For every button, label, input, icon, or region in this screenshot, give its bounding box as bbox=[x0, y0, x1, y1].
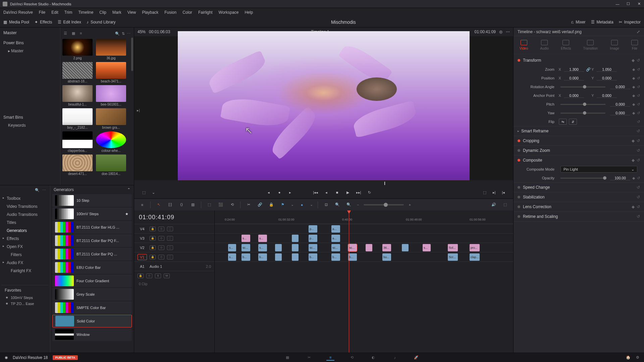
keyframe-icon[interactable]: ◆ bbox=[632, 76, 635, 80]
selection-tool[interactable]: ↖ bbox=[155, 201, 162, 208]
reset-icon[interactable]: ↺ bbox=[637, 204, 640, 209]
timeline-clip[interactable]: b... bbox=[331, 253, 340, 261]
enable-dot-icon[interactable] bbox=[518, 196, 520, 198]
timeline-clip[interactable] bbox=[292, 244, 299, 251]
loop-button[interactable]: ↻ bbox=[366, 189, 372, 195]
keyframe-icon[interactable]: ◆ bbox=[632, 58, 635, 63]
viewer-scrubber[interactable] bbox=[134, 180, 513, 186]
blade-tool[interactable]: ▥ bbox=[190, 201, 196, 208]
more-icon[interactable]: ⋯ bbox=[127, 32, 130, 36]
menu-timeline[interactable]: Timeline bbox=[78, 10, 93, 15]
page-deliver[interactable]: 🚀 bbox=[412, 355, 420, 361]
timeline-clip[interactable]: p... bbox=[309, 235, 317, 242]
generator-item[interactable]: Solid Color bbox=[52, 315, 132, 327]
playhead[interactable] bbox=[349, 210, 349, 353]
menu-help[interactable]: Help bbox=[245, 10, 253, 15]
media-thumbnail[interactable]: colour-whe... bbox=[96, 131, 126, 153]
keyframe-icon[interactable]: ◆ bbox=[632, 67, 635, 72]
lock-icon[interactable]: 🔒 bbox=[150, 255, 156, 259]
edit-index-toggle[interactable]: ☰ Edit Index bbox=[58, 20, 81, 24]
reset-icon[interactable]: ↺ bbox=[637, 111, 640, 115]
rotation-slider[interactable] bbox=[560, 86, 605, 87]
lens-correction-header[interactable]: Lens Correction ◆↺ bbox=[514, 202, 644, 212]
reset-icon[interactable]: ↺ bbox=[637, 102, 640, 107]
auto-select-icon[interactable]: ◇ bbox=[158, 245, 164, 250]
effects-toggle[interactable]: ✦ Effects bbox=[35, 20, 52, 24]
inspector-tab-audio[interactable]: Audio bbox=[540, 40, 549, 50]
bypass-icon[interactable]: ⬚ bbox=[141, 189, 147, 195]
zoom-x-input[interactable]: 1.300 bbox=[564, 67, 584, 72]
track-header-a1[interactable]: A1 Audio 1 2.0 bbox=[134, 261, 214, 271]
yaw-input[interactable]: 0.000 bbox=[610, 111, 630, 115]
reset-icon[interactable]: ↺ bbox=[637, 214, 640, 219]
track-header-v2[interactable]: V2 🔒 ◇ ⬚ bbox=[134, 243, 214, 252]
timeline-clip[interactable]: s... bbox=[258, 235, 267, 242]
pos-y-input[interactable]: 0.000 bbox=[597, 76, 617, 80]
menu-davinci[interactable]: DaVinci Resolve bbox=[3, 10, 33, 15]
generator-item[interactable]: Window bbox=[52, 328, 132, 341]
media-thumbnail[interactable]: abstract-18... bbox=[62, 62, 93, 83]
favorite-item[interactable]: TP ZO... Ease bbox=[5, 301, 45, 307]
blade-icon[interactable]: ✂ bbox=[245, 201, 252, 208]
page-media[interactable]: ▦ bbox=[283, 355, 291, 361]
timeline-clip[interactable] bbox=[275, 253, 282, 261]
tree-effects[interactable]: Effects bbox=[1, 235, 49, 243]
bin-master[interactable]: Master bbox=[3, 30, 57, 35]
viewer-safe-icon[interactable]: ◎ bbox=[499, 29, 502, 34]
timeline-clip[interactable]: a... bbox=[331, 225, 340, 233]
effects-more-icon[interactable]: ⋯ bbox=[42, 188, 46, 192]
viewer-more-icon[interactable]: ⋯ bbox=[506, 29, 510, 34]
page-fairlight[interactable]: ♪ bbox=[391, 355, 399, 361]
generator-item[interactable]: Four Color Gradient bbox=[52, 275, 132, 287]
track-a1[interactable] bbox=[215, 261, 513, 280]
mixer-toggle[interactable]: ⎌ Mixer bbox=[571, 20, 585, 24]
inspector-tab-transition[interactable]: Transition bbox=[583, 40, 598, 50]
enable-dot-icon[interactable] bbox=[518, 215, 520, 218]
menu-workspace[interactable]: Workspace bbox=[219, 10, 239, 15]
page-color[interactable]: ◐ bbox=[369, 355, 377, 361]
first-frame-button[interactable]: |◂◂ bbox=[313, 189, 319, 195]
timeline-clip[interactable]: b... bbox=[241, 253, 250, 261]
snapping-icon[interactable]: ⊡ bbox=[323, 201, 329, 208]
timeline-clip[interactable]: s... bbox=[228, 253, 236, 261]
trim-tool[interactable]: ⟦⟧ bbox=[167, 201, 173, 208]
timeline-clip[interactable] bbox=[292, 235, 299, 242]
inspector-tab-effects[interactable]: Effects bbox=[561, 40, 571, 50]
chevron-down-icon[interactable]: ⌄ bbox=[150, 189, 156, 195]
stop-button[interactable]: ■ bbox=[334, 189, 340, 195]
timeline-clip[interactable]: bo... bbox=[382, 253, 391, 261]
zoom-y-input[interactable]: 1.050 bbox=[597, 67, 617, 72]
favorite-item[interactable]: 100mV Steps bbox=[5, 295, 45, 301]
timeline-clip[interactable]: s... bbox=[228, 244, 236, 251]
tree-filters[interactable]: Filters bbox=[1, 251, 49, 259]
tree-audio-transitions[interactable]: Audio Transitions bbox=[1, 210, 49, 219]
enable-dot-icon[interactable] bbox=[518, 159, 520, 162]
pitch-input[interactable]: 0.000 bbox=[610, 102, 630, 107]
auto-select-icon[interactable]: ◇ bbox=[158, 255, 164, 259]
timeline-clip[interactable]: clap... bbox=[470, 253, 480, 261]
media-thumbnail[interactable]: clapperboa... bbox=[62, 131, 93, 153]
auto-select-icon[interactable]: ◇ bbox=[158, 227, 164, 231]
menu-file[interactable]: File bbox=[39, 10, 45, 15]
transform-header[interactable]: Transform ◆↺ bbox=[514, 56, 644, 65]
maximize-button[interactable]: ☐ bbox=[626, 2, 631, 6]
timeline-clip[interactable]: sc... bbox=[348, 244, 357, 251]
page-cut[interactable]: ✂ bbox=[305, 355, 313, 361]
keyframe-icon[interactable]: ◆ bbox=[632, 204, 635, 209]
inspector-expand-icon[interactable]: ⤢ bbox=[637, 29, 640, 34]
tree-video-transitions[interactable]: Video Transitions bbox=[1, 202, 49, 210]
keyframe-icon[interactable]: ◆ bbox=[632, 85, 635, 89]
speed-change-header[interactable]: Speed Change ↺ bbox=[514, 183, 644, 192]
search-timeline-icon[interactable]: 🔍 bbox=[345, 201, 352, 208]
reset-icon[interactable]: ↺ bbox=[637, 158, 640, 163]
generator-item[interactable]: BT.2111 Color Bar PQ ... bbox=[52, 248, 132, 260]
generator-item[interactable]: 100mV Steps★ bbox=[52, 207, 132, 220]
auto-select-icon[interactable]: ◇ bbox=[158, 236, 164, 241]
strip-view-icon[interactable]: ≡ bbox=[80, 31, 86, 36]
enable-dot-icon[interactable] bbox=[518, 149, 520, 152]
keyframe-icon[interactable]: ◆ bbox=[632, 111, 635, 115]
tree-generators[interactable]: Generators bbox=[1, 227, 49, 235]
generator-item[interactable]: BT.2111 Color Bar PQ F... bbox=[52, 234, 132, 247]
menu-mark[interactable]: Mark bbox=[112, 10, 121, 15]
disable-icon[interactable]: ⬚ bbox=[167, 236, 173, 241]
